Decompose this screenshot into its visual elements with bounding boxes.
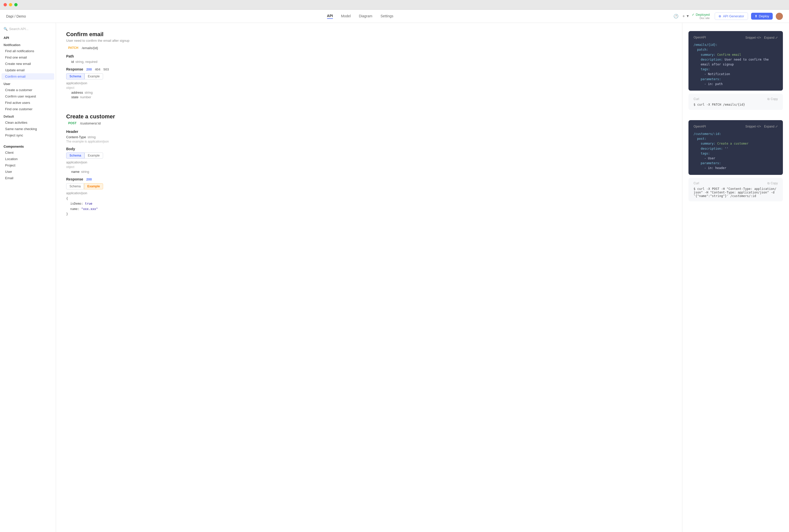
body-object-type: object	[66, 165, 672, 169]
copy-button-1[interactable]: ⧉ Copy	[767, 97, 778, 101]
create-customer-path: /customers/:id	[80, 121, 101, 125]
response-code-404[interactable]: 404	[95, 68, 100, 71]
field-type-content-type: string	[88, 135, 96, 139]
api-gen-label: API Generator	[723, 14, 744, 18]
check-icon: ✓	[692, 13, 695, 17]
patch-method-badge: PATCH	[66, 45, 80, 50]
sidebar-item-clean-activities[interactable]: Clean activities	[2, 119, 54, 126]
field-type-address: string	[84, 91, 93, 94]
field-name-address: address	[71, 91, 83, 94]
sidebar-item-find-all-notifications[interactable]: Find all notifications	[2, 48, 54, 54]
sidebar-item-location[interactable]: Location	[2, 156, 54, 162]
sidebar-item-project-sync[interactable]: Project sync	[2, 132, 54, 138]
app: Dapi / Demo API Model Diagram Settings 🕐…	[0, 10, 789, 532]
schema-tab-schema[interactable]: Schema	[66, 73, 84, 79]
sidebar-item-same-name-checking[interactable]: Same name checking	[2, 126, 54, 132]
create-response-label: Response	[66, 177, 83, 181]
body-tab-schema[interactable]: Schema	[66, 152, 84, 158]
openapi-code-panel-2: OpenAPI Snippet </> Expand ⤢ /customers/…	[689, 120, 783, 175]
api-generator-button[interactable]: ⊕ API Generator	[715, 13, 748, 20]
expand-button-2[interactable]: Expand ⤢	[764, 125, 778, 128]
post-method-badge: POST	[66, 121, 79, 126]
sidebar-item-client[interactable]: Client	[2, 149, 54, 156]
history-icon[interactable]: 🕐	[673, 14, 678, 19]
create-customer-section: Create a customer POST /customers/:id He…	[66, 113, 672, 217]
field-name-name: name	[71, 170, 80, 174]
example-tab-example[interactable]: Example	[84, 183, 103, 189]
snippet-button-2[interactable]: Snippet </>	[746, 125, 761, 128]
deploy-icon: ⬆	[755, 14, 757, 18]
body-tab-example[interactable]: Example	[84, 152, 103, 158]
deployed-label: Deployed	[696, 13, 710, 17]
sidebar-item-confirm-email[interactable]: Confirm email	[2, 73, 54, 80]
confirm-email-desc: User need to confirm the email after sig…	[66, 39, 672, 42]
code-panel-actions-1: Snippet </> Expand ⤢	[746, 36, 778, 39]
sidebar-item-find-one-email[interactable]: Find one email	[2, 54, 54, 61]
object-type: object	[66, 86, 672, 90]
response-code-503[interactable]: 503	[103, 68, 109, 71]
sidebar-item-confirm-user-request[interactable]: Confirm user request	[2, 93, 54, 99]
navbar-tabs: API Model Diagram Settings	[47, 14, 673, 19]
curl-panel-2: Curl ⧉ Copy $ curl -X POST -H "Content-T…	[689, 178, 783, 201]
tab-settings[interactable]: Settings	[381, 14, 393, 19]
tab-diagram[interactable]: Diagram	[359, 14, 372, 19]
sidebar-item-find-one-customer[interactable]: Find one customer	[2, 106, 54, 112]
curl-label-1: Curl	[694, 97, 699, 101]
search-placeholder: Search API...	[9, 27, 28, 31]
body-content-type: application/json	[66, 160, 672, 164]
header-title: Header	[66, 130, 672, 134]
tab-model[interactable]: Model	[341, 14, 351, 19]
curl-panel-header-2: Curl ⧉ Copy	[694, 182, 778, 185]
tab-api[interactable]: API	[327, 14, 333, 19]
schema-tabs: Schema Example	[66, 73, 672, 79]
deploy-button[interactable]: ⬆ Deploy	[751, 13, 773, 20]
schema-tab-example[interactable]: Example	[84, 73, 103, 79]
example-content-type: application/json	[66, 191, 672, 195]
code-panel-actions-2: Snippet </> Expand ⤢	[746, 125, 778, 128]
content-area: 🔍 Search API... API Notification Find al…	[0, 23, 789, 532]
group-notification: Notification	[0, 41, 56, 48]
create-response-code-200[interactable]: 200	[86, 177, 92, 181]
header-content-type: Content-Type string	[66, 135, 672, 139]
navbar-actions: 🕐 ＋ ▾ ✓ Deployed Doc site ⊕ API Generato…	[673, 13, 783, 20]
example-tab-schema[interactable]: Schema	[66, 183, 84, 189]
curl-code-panel-2: Curl ⧉ Copy $ curl -X POST -H "Content-T…	[689, 178, 783, 201]
response-label: Response	[66, 67, 83, 71]
api-section-label: API	[0, 34, 56, 41]
field-type-id: string, required	[75, 60, 97, 64]
group-default: Default	[0, 112, 56, 119]
sidebar-item-email[interactable]: Email	[2, 175, 54, 181]
expand-button-1[interactable]: Expand ⤢	[764, 36, 778, 39]
confirm-email-endpoint: PATCH /emails/{id}	[66, 45, 672, 50]
sidebar: 🔍 Search API... API Notification Find al…	[0, 23, 56, 532]
openapi-panel-1: OpenAPI Snippet </> Expand ⤢ /emails/{id…	[689, 31, 783, 91]
avatar[interactable]	[776, 13, 783, 20]
content-type: application/json	[66, 81, 672, 85]
openapi-label-2: OpenAPI	[694, 124, 706, 129]
response-row: Response 200 404 503	[66, 67, 672, 71]
sidebar-item-find-active-users[interactable]: Find active users	[2, 99, 54, 106]
field-name-state: state	[71, 95, 78, 99]
copy-button-2[interactable]: ⧉ Copy	[767, 182, 778, 185]
response-code-200[interactable]: 200	[86, 68, 92, 71]
openapi-code-content-2: /customers/:id: post: summary: Create a …	[694, 132, 778, 171]
brand-label: Dapi / Demo	[6, 14, 47, 18]
snippet-button-1[interactable]: Snippet </>	[746, 36, 761, 39]
curl-panel-header-1: Curl ⧉ Copy	[694, 97, 778, 101]
sidebar-item-create-customer[interactable]: Create a customer	[2, 87, 54, 93]
create-customer-endpoint: POST /customers/:id	[66, 121, 672, 126]
sidebar-item-project[interactable]: Project	[2, 162, 54, 169]
sidebar-item-create-new-email[interactable]: Create new email	[2, 61, 54, 67]
search-wrap: 🔍 Search API...	[4, 27, 52, 31]
titlebar	[0, 0, 789, 10]
sidebar-item-user[interactable]: User	[2, 169, 54, 175]
group-user: User	[0, 80, 56, 87]
minimize-button[interactable]	[9, 3, 12, 6]
maximize-button[interactable]	[14, 3, 18, 6]
curl-panel-1: Curl ⧉ Copy $ curl -X PATCH /emails/{id}	[689, 94, 783, 110]
sidebar-item-update-email[interactable]: Update email	[2, 67, 54, 73]
json-example: { isDemo: true name: "xxx.xxx" }	[66, 196, 672, 217]
add-icon[interactable]: ＋ ▾	[681, 14, 689, 19]
close-button[interactable]	[4, 3, 7, 6]
schema-field-address: address string	[66, 91, 672, 94]
